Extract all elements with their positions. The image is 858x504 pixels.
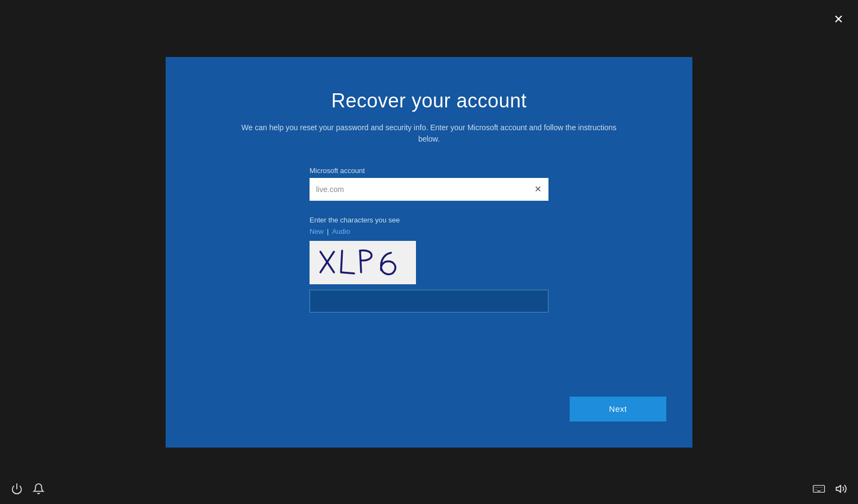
captcha-image (310, 241, 416, 284)
taskbar (0, 476, 858, 504)
next-button[interactable]: Next (570, 397, 666, 422)
account-input-wrapper: ✕ (310, 178, 548, 201)
captcha-audio-link[interactable]: Audio (332, 227, 350, 235)
form-section: Microsoft account ✕ Enter the characters… (310, 167, 548, 312)
captcha-links: New | Audio (310, 227, 350, 235)
captcha-separator: | (327, 227, 329, 235)
volume-icon[interactable] (835, 483, 847, 497)
svg-marker-12 (836, 485, 841, 492)
keyboard-icon[interactable] (812, 484, 825, 496)
taskbar-left (11, 483, 45, 497)
captcha-new-link[interactable]: New (310, 227, 324, 235)
captcha-label: Enter the characters you see (310, 216, 400, 224)
svg-rect-0 (310, 241, 416, 284)
account-input[interactable] (310, 178, 548, 201)
captcha-input[interactable] (310, 290, 548, 312)
account-field-label: Microsoft account (310, 167, 365, 175)
dialog-subtitle: We can help you reset your password and … (234, 122, 624, 145)
account-input-clear-button[interactable]: ✕ (531, 183, 544, 196)
recover-account-dialog: Recover your account We can help you res… (166, 57, 692, 448)
close-button[interactable]: ✕ (828, 9, 849, 30)
dialog-title: Recover your account (331, 90, 527, 112)
power-icon[interactable] (11, 483, 23, 497)
taskbar-right (812, 483, 847, 497)
notifications-icon[interactable] (33, 483, 45, 497)
